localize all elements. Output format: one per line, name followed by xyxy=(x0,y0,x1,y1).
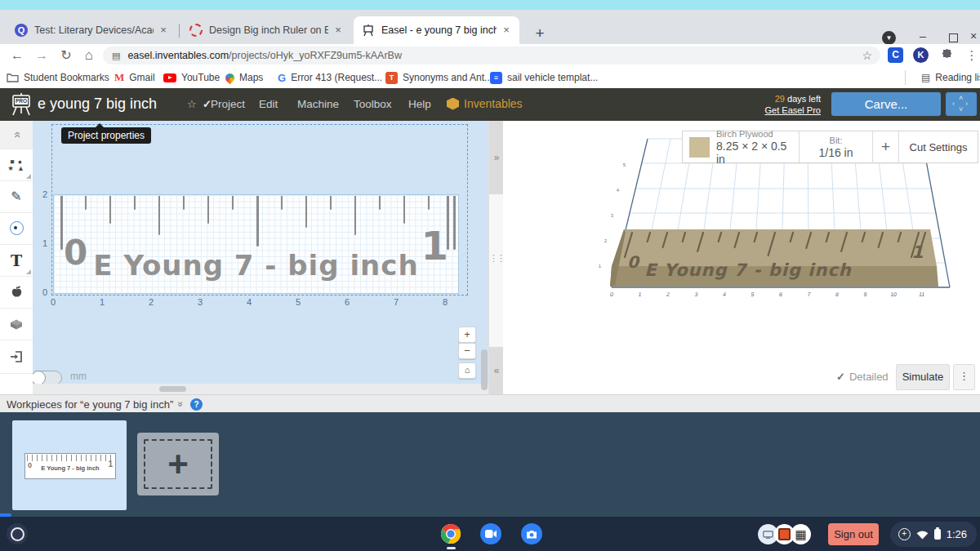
workpiece-thumbnail-selected[interactable]: 0 1 E Young 7 - big inch xyxy=(12,420,127,510)
easel-pro-logo[interactable]: PRO xyxy=(8,92,34,117)
svg-text:PRO: PRO xyxy=(16,98,27,104)
chrome-app-icon[interactable] xyxy=(440,523,461,544)
browser-menu-icon[interactable]: ⋮ xyxy=(965,46,978,65)
zoom-app-icon[interactable] xyxy=(480,523,501,544)
notification-keyboard-icon[interactable]: ▦ xyxy=(791,524,811,544)
horizontal-scrollbar[interactable] xyxy=(33,384,488,394)
design-canvas[interactable]: 0 1 E Young 7 - big inch 012345678 210 +… xyxy=(33,121,488,394)
bookmark-synonyms[interactable]: T Synonyms and Ant... xyxy=(385,67,492,88)
tab-easel-active[interactable]: Easel - e young 7 big inch × xyxy=(354,16,519,44)
shapes-tool[interactable]: ■ ●★ ▲ xyxy=(0,149,33,181)
pen-tool[interactable]: ✎ xyxy=(0,180,33,213)
tab-quizizz[interactable]: Q Test: Literary Devices/Academic × xyxy=(7,16,176,44)
close-tab-icon[interactable]: × xyxy=(332,24,345,37)
extension-kami-icon[interactable]: K xyxy=(913,47,929,63)
zoom-out-button[interactable]: − xyxy=(458,343,476,359)
menu-project[interactable]: Project xyxy=(211,98,245,110)
maximize-button[interactable] xyxy=(949,33,958,42)
collapse-right-button[interactable]: » xyxy=(489,121,504,194)
help-icon[interactable]: ? xyxy=(190,398,203,411)
get-easel-pro-link[interactable]: Get Easel Pro xyxy=(765,105,821,115)
sign-out-button[interactable]: Sign out xyxy=(828,523,879,545)
collapse-panel-button[interactable]: » xyxy=(0,121,33,149)
collapse-left-button[interactable]: « xyxy=(489,347,504,394)
plus-icon: + xyxy=(167,444,189,485)
vertical-scrollbar-thumb[interactable] xyxy=(481,349,488,390)
bit-selector[interactable]: Bit: 1/16 in xyxy=(800,131,873,162)
close-tab-icon[interactable]: × xyxy=(500,24,513,37)
bookmark-student-bookmarks[interactable]: Student Bookmarks xyxy=(7,67,109,88)
add-bit-button[interactable]: + xyxy=(873,131,899,162)
material-workpiece[interactable]: 0 1 E Young 7 - big inch xyxy=(53,194,459,294)
close-tab-icon[interactable]: × xyxy=(157,24,170,37)
preview-options-button[interactable]: ⋮ xyxy=(953,364,975,390)
status-tray[interactable]: + 1:26 xyxy=(890,522,977,547)
apps-tool[interactable] xyxy=(0,276,33,309)
zoom-home-button[interactable]: ⌂ xyxy=(458,362,476,379)
forward-icon[interactable]: → xyxy=(31,44,52,67)
add-workpiece-button[interactable]: + xyxy=(137,433,219,495)
new-tab-button[interactable]: + xyxy=(529,23,550,44)
reload-icon[interactable]: ↻ xyxy=(56,44,77,67)
zoom-in-button[interactable]: + xyxy=(458,327,476,343)
fullscreen-button[interactable]: ˄ ˅ ‹ › xyxy=(946,92,977,116)
menu-help[interactable]: Help xyxy=(408,98,431,110)
text-tool[interactable]: T xyxy=(0,244,33,277)
close-window-button[interactable]: × xyxy=(965,29,980,42)
launcher-button[interactable] xyxy=(7,523,28,544)
profile-menu-icon[interactable]: ▼ xyxy=(882,31,896,45)
inventables-brand[interactable]: Inventables xyxy=(447,97,523,110)
tab-title: Test: Literary Devices/Academic xyxy=(34,24,154,36)
tab-design-ruler[interactable]: Design Big inch Ruler on Easel - S × xyxy=(181,16,351,44)
bookmark-gmail[interactable]: M Gmail xyxy=(114,67,155,88)
bookmark-sail-template[interactable]: ≡ sail vehicle templat... xyxy=(490,67,598,88)
simulate-button[interactable]: Simulate xyxy=(896,364,950,390)
scrollbar-thumb[interactable] xyxy=(159,386,186,392)
collapse-workpieces-icon[interactable]: » xyxy=(176,402,187,407)
detailed-toggle[interactable]: ✓Detailed xyxy=(836,371,889,383)
bookmark-star-icon[interactable]: ☆ xyxy=(862,49,872,62)
extension-c-icon[interactable]: C xyxy=(888,47,903,63)
drill-tool[interactable] xyxy=(0,212,33,245)
easel-favicon xyxy=(362,24,375,37)
extensions-puzzle-icon[interactable] xyxy=(940,48,954,65)
url-input[interactable]: ▤ easel.inventables.com/projects/oHyk_yo… xyxy=(103,47,880,64)
pen-icon: ✎ xyxy=(11,189,21,204)
home-icon[interactable]: ⌂ xyxy=(78,44,100,67)
preview-x-label: 6 xyxy=(779,291,783,297)
bookmark-error-413[interactable]: G Error 413 (Request... xyxy=(278,67,382,88)
inventables-label: Inventables xyxy=(464,97,523,110)
carve-button[interactable]: Carve... xyxy=(831,92,941,116)
bit-label: Bit: xyxy=(830,136,843,146)
reading-list-button[interactable]: ▤ Reading list xyxy=(921,67,980,88)
project-title[interactable]: e young 7 big inch xyxy=(38,96,157,113)
bookmark-maps[interactable]: Maps xyxy=(225,67,263,88)
preview-3d-panel[interactable]: 0 1 E Young 7 - big inch 01234567891011 … xyxy=(503,121,980,394)
menu-edit[interactable]: Edit xyxy=(259,98,278,110)
import-tool[interactable] xyxy=(0,340,33,374)
back-icon[interactable]: ← xyxy=(7,44,28,67)
canvas-y-label: 0 xyxy=(42,287,47,297)
cut-settings-button[interactable]: Cut Settings xyxy=(899,131,978,162)
camera-app-icon[interactable] xyxy=(521,523,542,544)
chevron-left-icon: « xyxy=(494,365,500,376)
favorite-star-icon[interactable]: ☆ xyxy=(187,98,197,110)
drag-handle-icon[interactable]: ⋮⋮ xyxy=(489,253,504,264)
material-dimensions: 8.25 × 2 × 0.5 in xyxy=(716,140,799,166)
site-info-icon[interactable]: ▤ xyxy=(112,51,120,61)
menu-toolbox[interactable]: Toolbox xyxy=(354,98,392,110)
left-toolbar: » ■ ●★ ▲ ✎ T xyxy=(0,121,33,394)
ruler-engraved-text[interactable]: E Young 7 - big inch xyxy=(54,249,458,282)
material-selector[interactable]: Birch Plywood 8.25 × 2 × 0.5 in xyxy=(683,131,800,162)
ruler-tick xyxy=(256,196,259,247)
bookmark-label: sail vehicle templat... xyxy=(507,72,598,83)
projects-tool[interactable] xyxy=(0,308,33,340)
canvas-x-label: 6 xyxy=(345,297,350,307)
menu-machine[interactable]: Machine xyxy=(297,98,339,110)
preview-x-label: 8 xyxy=(835,291,840,297)
minimize-button[interactable]: – xyxy=(915,29,931,42)
thesaurus-icon: T xyxy=(385,72,398,84)
panel-splitter[interactable]: » ⋮⋮ « xyxy=(488,121,504,394)
bookmark-youtube[interactable]: YouTube xyxy=(163,67,220,88)
loading-spinner-icon xyxy=(189,24,203,37)
